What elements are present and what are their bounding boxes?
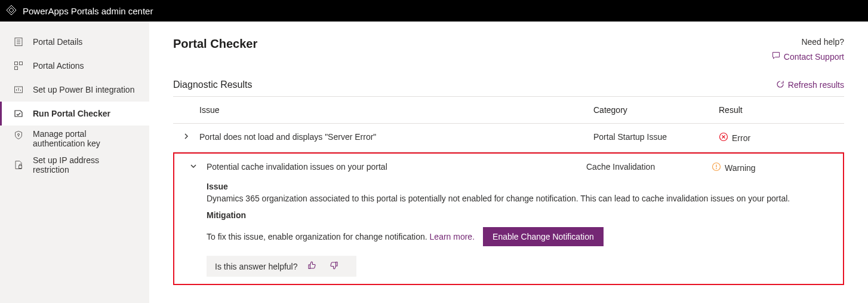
page-title: Portal Checker [173, 37, 257, 51]
sidebar-item-ip-restriction[interactable]: Set up IP address restriction [0, 153, 149, 177]
diagnostic-table-expanded: Potential cache invalidation issues on y… [180, 154, 837, 178]
thumbs-up-icon[interactable] [305, 261, 319, 272]
table-row[interactable]: Potential cache invalidation issues on y… [180, 154, 837, 178]
issue-detail-label: Issue [207, 182, 837, 191]
svg-rect-13 [19, 166, 22, 169]
diagnostic-table: Issue Category Result Portal does not lo… [173, 96, 844, 152]
category-cell: Cache Invalidation [586, 154, 712, 178]
table-row[interactable]: Portal does not load and displays "Serve… [173, 124, 844, 152]
sidebar-item-auth-key[interactable]: Manage portal authentication key [0, 126, 149, 153]
contact-support-link[interactable]: Contact Support [772, 51, 844, 62]
column-header-category: Category [593, 97, 719, 124]
warning-icon [712, 162, 725, 173]
result-label: Warning [725, 163, 756, 173]
category-cell: Portal Startup Issue [593, 124, 719, 152]
result-cell: Warning [712, 162, 837, 173]
diagnostic-results-title: Diagnostic Results [173, 79, 253, 90]
app-title: PowerApps Portals admin center [23, 6, 153, 16]
issue-cell: Portal does not load and displays "Serve… [199, 124, 593, 152]
sidebar-item-powerbi[interactable]: Set up Power BI integration [0, 78, 149, 102]
feedback-prompt: Is this answer helpful? [215, 262, 298, 271]
issue-detail-text: Dynamics 365 organization associated to … [207, 194, 837, 203]
column-header-expand [173, 97, 199, 124]
sidebar-item-label: Manage portal authentication key [33, 129, 137, 148]
highlighted-issue-box: Potential cache invalidation issues on y… [173, 152, 844, 285]
svg-rect-5 [20, 62, 23, 65]
top-bar: PowerApps Portals admin center [0, 0, 868, 22]
sidebar-item-portal-checker[interactable]: Run Portal Checker [0, 102, 149, 126]
sidebar-item-portal-details[interactable]: Portal Details [0, 30, 149, 54]
document-icon [14, 37, 23, 47]
mitigation-text: To fix this issue, enable organization f… [207, 232, 475, 241]
sidebar-item-portal-actions[interactable]: Portal Actions [0, 54, 149, 78]
mitigation-label: Mitigation [207, 210, 837, 220]
thumbs-down-icon[interactable] [327, 261, 341, 272]
sidebar-item-label: Set up Power BI integration [33, 85, 134, 94]
sidebar-item-label: Run Portal Checker [33, 109, 110, 118]
expand-toggle[interactable] [180, 154, 207, 178]
svg-rect-6 [15, 67, 18, 70]
sidebar: Portal Details Portal Actions Set up Pow… [0, 22, 149, 303]
sidebar-item-label: Set up IP address restriction [33, 155, 137, 175]
issue-cell: Potential cache invalidation issues on y… [207, 154, 586, 178]
learn-more-link[interactable]: Learn more. [430, 232, 475, 241]
sidebar-item-label: Portal Details [33, 37, 82, 47]
column-header-result: Result [719, 97, 844, 124]
expand-toggle[interactable] [173, 124, 199, 152]
file-lock-icon [14, 160, 23, 170]
enable-change-notification-button[interactable]: Enable Change Notification [483, 227, 604, 246]
svg-rect-4 [15, 62, 18, 65]
chevron-right-icon [183, 132, 190, 142]
refresh-label: Refresh results [788, 80, 844, 90]
result-cell: Error [719, 132, 844, 143]
contact-support-label: Contact Support [784, 52, 844, 62]
chart-icon [14, 85, 23, 94]
apps-icon [14, 61, 23, 71]
chevron-down-icon [190, 162, 197, 172]
svg-point-17 [716, 168, 717, 169]
main-content: Portal Checker Need help? Contact Suppor… [149, 22, 868, 303]
error-icon [719, 132, 732, 143]
refresh-icon [776, 80, 788, 90]
shield-icon [14, 130, 23, 140]
refresh-results-link[interactable]: Refresh results [776, 80, 844, 90]
column-header-issue: Issue [199, 97, 593, 124]
need-help-text: Need help? [772, 37, 844, 47]
checker-icon [14, 109, 23, 118]
sidebar-item-label: Portal Actions [33, 61, 84, 71]
chat-icon [772, 51, 784, 62]
result-label: Error [732, 133, 750, 143]
issue-detail: Issue Dynamics 365 organization associat… [180, 178, 837, 277]
svg-point-11 [18, 134, 20, 136]
app-logo-icon [6, 5, 23, 17]
feedback-box: Is this answer helpful? [207, 256, 356, 277]
